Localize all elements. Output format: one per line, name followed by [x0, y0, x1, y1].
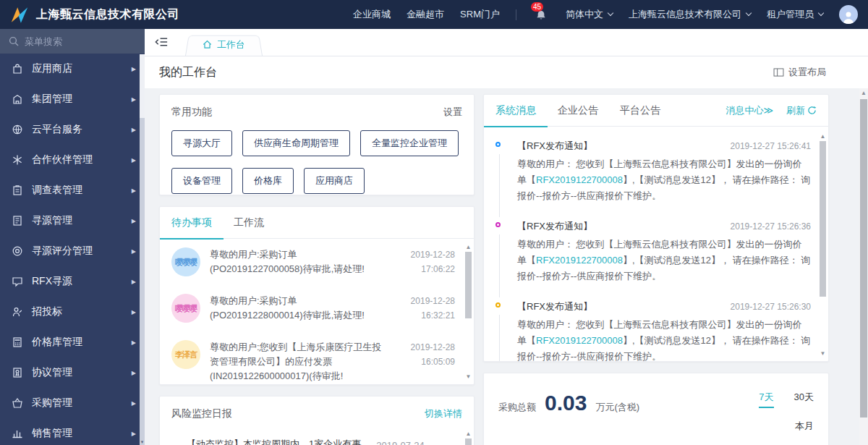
sidebar-scrollbar-thumb[interactable] [140, 54, 145, 118]
sidebar-item-label: 云平台服务 [32, 123, 82, 136]
todo-item[interactable]: 嘤嘤嘤 尊敬的用户:采购订单 (PO20191228000014)待审批,请处理… [160, 285, 474, 331]
tab-bar: 工作台 [145, 29, 868, 56]
todo-timestamp: 2019-12-28 16:32:21 [399, 294, 455, 323]
message-item[interactable]: 【RFX发布通知】 2019-12-27 15:26:36 尊敬的用户： 您收到… [495, 213, 811, 293]
messages-scrollbar[interactable]: ▲ ▼ [819, 132, 827, 358]
sidebar-item-label: 价格库管理 [32, 336, 82, 349]
purchase-filters: 7天 30天 本月 [759, 391, 814, 433]
sidebar-item-price-library[interactable]: 价格库管理 ▶ [0, 327, 145, 357]
sidebar-item-sourcing-management[interactable]: 寻源管理 ▶ [0, 205, 145, 236]
scroll-up-icon[interactable]: ▲ [859, 88, 868, 98]
quick-button-supplier-lifecycle[interactable]: 供应商生命周期管理 [242, 130, 350, 156]
sidebar-item-purchase-management[interactable]: 采购管理 ▶ [0, 388, 145, 418]
quick-button-full-monitoring[interactable]: 全量监控企业管理 [360, 130, 459, 156]
content: 常用功能 设置 寻源大厅 供应商生命周期管理 全量监控企业管理 设备管理 价格库… [145, 88, 868, 445]
sidebar-item-rfx-sourcing[interactable]: RFX寻源 ▶ [0, 266, 145, 297]
left-column: 常用功能 设置 寻源大厅 供应商生命周期管理 全量监控企业管理 设备管理 价格库… [159, 94, 475, 445]
home-icon [203, 40, 212, 49]
todo-item[interactable]: 嘤嘤嘤 尊敬的用户:采购订单 (PO20191227000058)待审批,请处理… [160, 239, 474, 285]
language-dropdown[interactable]: 简体中文 [566, 8, 613, 21]
rfx-number-link[interactable]: RFX2019122700008 [536, 255, 623, 266]
page-scrollbar[interactable]: ▲ [859, 88, 868, 445]
sidebar-item-sales-management[interactable]: 销售管理 ▶ [0, 418, 145, 445]
rfx-number-link[interactable]: RFX2019122700008 [536, 335, 623, 346]
sidebar-item-group-management[interactable]: 集团管理 ▶ [0, 84, 145, 114]
scroll-up-icon[interactable]: ▲ [466, 243, 472, 252]
search-icon [9, 36, 19, 46]
tab-system-messages[interactable]: 系统消息 [495, 95, 536, 127]
toggle-detail-link[interactable]: 切换详情 [425, 407, 462, 420]
tab-workbench[interactable]: 工作台 [185, 33, 263, 56]
search-input[interactable] [25, 36, 126, 47]
bullet-ring-icon [495, 222, 501, 227]
quick-button-app-store[interactable]: 应用商店 [304, 168, 365, 194]
top-header: 上海甄云信息技术有限公司 企业商城 金融超市 SRM门户 45 简体中文 上海甄… [0, 0, 868, 29]
sidebar-item-survey-management[interactable]: 调查表管理 ▶ [0, 175, 145, 205]
scroll-down-icon[interactable]: ▼ [466, 373, 472, 381]
filter-current-month[interactable]: 本月 [795, 420, 814, 433]
tab-workflow[interactable]: 工作流 [234, 207, 264, 239]
todo-list: 嘤嘤嘤 尊敬的用户:采购订单 (PO20191227000058)待审批,请处理… [160, 239, 474, 385]
risk-scrollbar-thumb[interactable] [465, 438, 472, 445]
todo-timestamp: 2019-12-28 16:05:09 [399, 340, 455, 383]
refresh-link[interactable]: 刷新 [786, 104, 817, 117]
nav-finance-market[interactable]: 金融超市 [407, 8, 444, 21]
nav-srm-portal[interactable]: SRM门户 [460, 8, 500, 21]
quick-button-equipment[interactable]: 设备管理 [171, 168, 232, 194]
chevron-down-icon [818, 10, 824, 16]
menu-search [0, 29, 145, 54]
message-list: 【RFX发布通知】 2019-12-27 15:26:41 尊敬的用户： 您收到… [484, 127, 828, 362]
sidebar-item-cloud-platform[interactable]: 云平台服务 ▶ [0, 114, 145, 145]
scroll-up-icon[interactable]: ▲ [466, 430, 472, 438]
sidebar-item-agreement-management[interactable]: 协议管理 ▶ [0, 357, 145, 388]
collapse-sidebar-button[interactable] [155, 36, 169, 51]
sidebar-scroll-down-icon[interactable]: ▼ [140, 440, 145, 444]
page-title: 我的工作台 [159, 65, 217, 80]
message-item[interactable]: 【RFX发布通知】 2019-12-27 15:26:30 尊敬的用户： 您收到… [495, 293, 811, 362]
todo-scrollbar-thumb[interactable] [465, 252, 472, 318]
sidebar-item-partner-management[interactable]: 合作伙伴管理 ▶ [0, 145, 145, 175]
role-dropdown[interactable]: 租户管理员 [767, 8, 823, 21]
scroll-down-icon[interactable]: ▼ [820, 349, 826, 358]
page-scrollbar-thumb[interactable] [860, 99, 867, 418]
filter-7-days[interactable]: 7天 [759, 391, 773, 408]
tab-enterprise-announcements[interactable]: 企业公告 [558, 95, 598, 127]
sidebar-item-app-store[interactable]: 应用商店 ▶ [0, 54, 145, 84]
nav-enterprise-mall[interactable]: 企业商城 [353, 8, 391, 21]
menu-fold-icon [155, 36, 169, 48]
todo-scrollbar[interactable]: ▲ ▼ [464, 243, 472, 381]
avatar[interactable] [839, 5, 858, 24]
risk-item[interactable]: 【动态监控】本监控周期内，1家企业有事件 2019-07-24 08:00:00 [160, 428, 474, 445]
quick-settings-link[interactable]: 设置 [443, 106, 462, 119]
rfx-number-link[interactable]: RFX2019122700008 [536, 174, 623, 185]
sidebar-item-bidding[interactable]: 招投标 ▶ [0, 297, 145, 327]
message-item[interactable]: 【RFX发布通知】 2019-12-27 15:26:41 尊敬的用户： 您收到… [495, 132, 811, 213]
sidebar-scrollbar[interactable] [140, 54, 145, 445]
nav-divider [516, 9, 516, 20]
messages-scrollbar-thumb[interactable] [820, 141, 826, 297]
brand[interactable]: 上海甄云信息技术有限公司 [0, 6, 179, 24]
quick-button-price-library[interactable]: 价格库 [242, 168, 294, 194]
refresh-icon [807, 106, 817, 115]
filter-30-days[interactable]: 30天 [794, 391, 814, 408]
message-center-link[interactable]: 消息中心≫ [726, 104, 773, 117]
risk-scrollbar[interactable]: ▲ [464, 430, 472, 445]
tab-todo-items[interactable]: 待办事项 [171, 207, 212, 239]
chevron-right-icon: ▶ [132, 127, 136, 133]
card-title: 风险监控日报 [171, 407, 232, 420]
layout-settings-label: 设置布局 [788, 66, 826, 79]
scroll-up-icon[interactable]: ▲ [820, 132, 826, 141]
avatar: 嘤嘤嘤 [171, 247, 200, 276]
refresh-label: 刷新 [786, 104, 805, 117]
layout-settings-button[interactable]: 设置布局 [773, 66, 826, 79]
page-header: 我的工作台 设置布局 [145, 56, 868, 88]
message-title: 【RFX发布通知】 [517, 140, 592, 153]
sidebar-item-sourcing-score[interactable]: 寻源评分管理 ▶ [0, 236, 145, 266]
quick-button-sourcing-hall[interactable]: 寻源大厅 [171, 130, 232, 156]
sidebar-item-label: 合作伙伴管理 [32, 153, 93, 166]
notification-bell[interactable]: 45 [532, 6, 550, 23]
target-icon [12, 245, 24, 258]
tab-platform-announcements[interactable]: 平台公告 [620, 95, 660, 127]
todo-item[interactable]: 李泽言 尊敬的用户:您收到【上海乐康医疗卫生投 资管理有限公司】的应付发票 (I… [160, 331, 474, 385]
tenant-dropdown[interactable]: 上海甄云信息技术有限公司 [629, 8, 751, 21]
